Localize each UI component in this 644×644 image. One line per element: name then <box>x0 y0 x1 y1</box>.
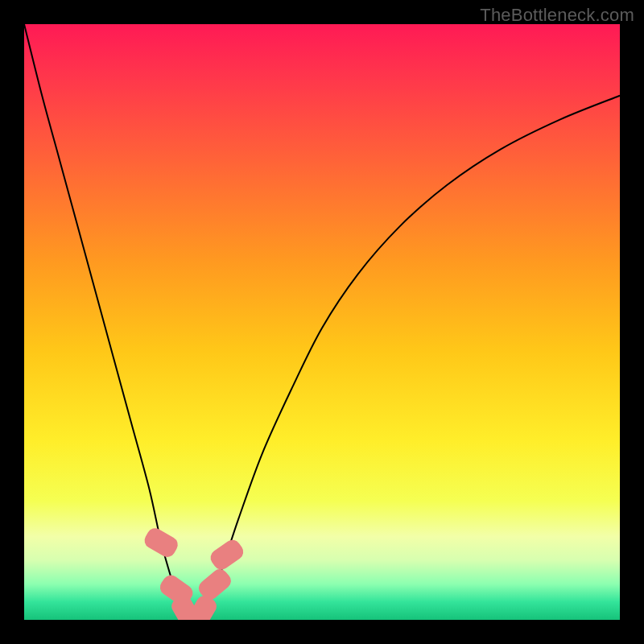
bottleneck-curve <box>24 24 620 620</box>
watermark-text: TheBottleneck.com <box>480 5 634 26</box>
chart-container: TheBottleneck.com <box>0 0 644 644</box>
plot-area <box>24 24 620 620</box>
